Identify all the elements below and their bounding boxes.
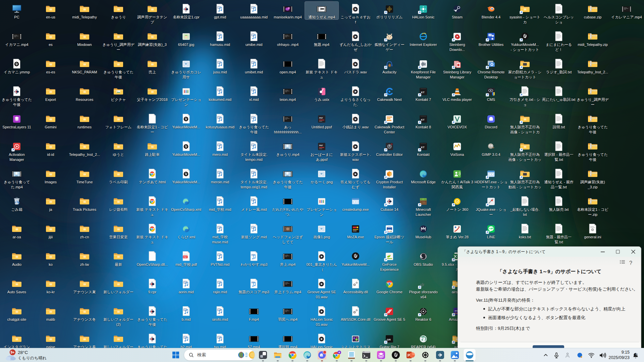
svg-text:9+: 9+ [11,350,15,354]
svg-text:P: P [408,353,410,357]
svg-text:z: z [636,353,637,355]
